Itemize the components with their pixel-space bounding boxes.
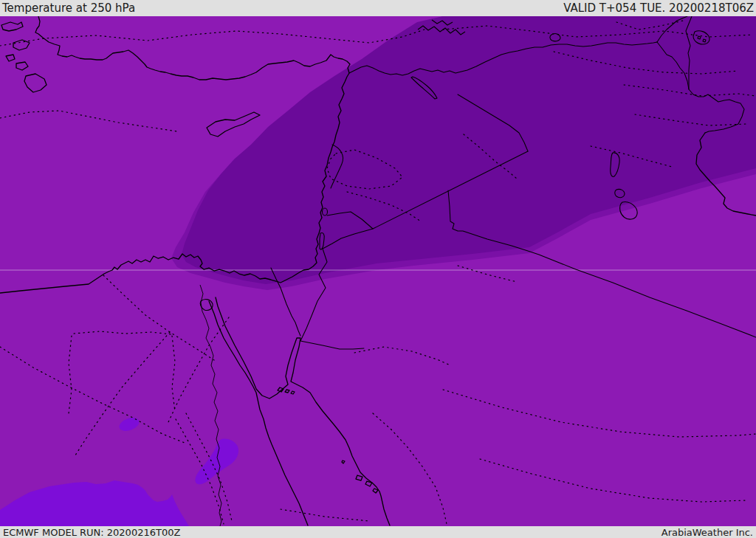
temperature-map: [0, 16, 756, 526]
header-bar: Temperature at 250 hPa VALID T+054 TUE. …: [0, 0, 756, 16]
model-run-label: ECMWF MODEL RUN: 20200216T00Z: [3, 527, 180, 538]
brand-label: ArabiaWeather Inc.: [662, 527, 753, 538]
footer-bar: ECMWF MODEL RUN: 20200216T00Z ArabiaWeat…: [0, 526, 756, 538]
valid-time-label: VALID T+054 TUE. 20200218T06Z: [563, 1, 754, 15]
weather-map-viewer: Temperature at 250 hPa VALID T+054 TUE. …: [0, 0, 756, 538]
page-title: Temperature at 250 hPa: [2, 1, 135, 15]
map-canvas: [0, 16, 756, 526]
